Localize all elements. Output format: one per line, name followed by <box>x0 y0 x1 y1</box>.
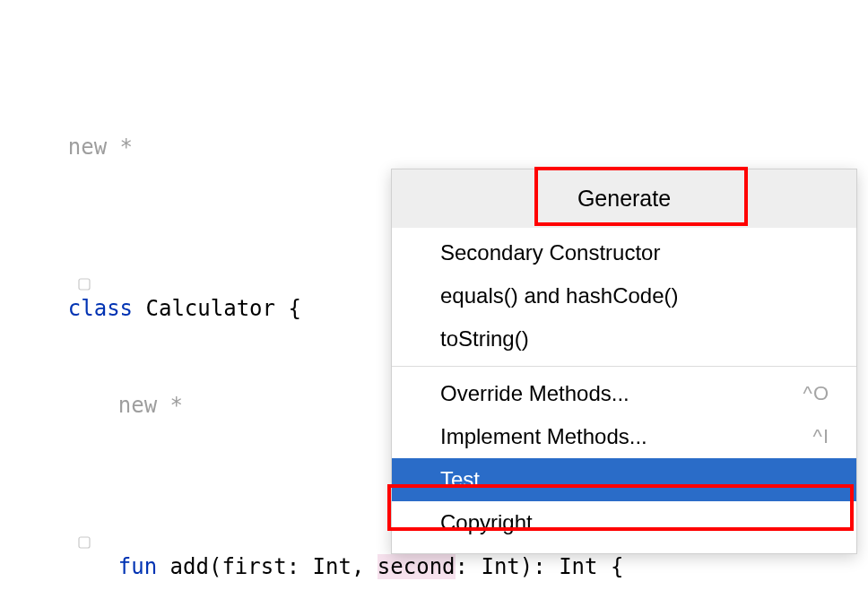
class-name: Calculator <box>146 296 276 321</box>
popup-item-label: equals() and hashCode() <box>440 283 679 308</box>
svg-rect-0 <box>79 279 90 290</box>
popup-item-label: Copyright <box>440 510 533 535</box>
popup-item-secondary-constructor[interactable]: Secondary Constructor <box>392 231 856 274</box>
colon1: : <box>287 554 313 579</box>
param1-type: Int <box>313 554 352 579</box>
fun-brace-open: { <box>598 554 624 579</box>
lparen: ( <box>209 554 221 579</box>
popup-item-test[interactable]: Test... <box>392 458 856 501</box>
popup-item-label: Secondary Constructor <box>440 240 660 265</box>
comma: , <box>352 554 378 579</box>
svg-rect-1 <box>79 537 90 548</box>
generate-popup: Generate Secondary Constructor equals() … <box>391 169 857 554</box>
popup-item-label: Override Methods... <box>440 381 629 406</box>
ret-colon: : <box>533 554 559 579</box>
popup-item-equals-hashcode[interactable]: equals() and hashCode() <box>392 274 856 317</box>
param2-name: second <box>378 554 456 579</box>
rparen: ) <box>520 554 533 579</box>
colon2: : <box>456 554 482 579</box>
popup-body: Secondary Constructor equals() and hashC… <box>392 228 856 553</box>
fun-name: add <box>170 554 209 579</box>
gutter-icon-class <box>0 235 13 247</box>
keyword-class: class <box>68 296 133 321</box>
popup-item-copyright[interactable]: Copyright <box>392 501 856 544</box>
param2-type: Int <box>481 554 519 579</box>
popup-title: Generate <box>392 169 856 228</box>
popup-item-label: toString() <box>440 326 529 352</box>
brace-open: { <box>275 296 301 321</box>
param1-name: first <box>221 554 286 579</box>
popup-divider <box>392 366 856 367</box>
keyword-fun: fun <box>118 554 157 579</box>
ret-type: Int <box>559 554 597 579</box>
inlay-hint-class: new * <box>68 135 133 160</box>
popup-item-implement-methods[interactable]: Implement Methods... ^I <box>392 415 856 458</box>
popup-item-override-methods[interactable]: Override Methods... ^O <box>392 372 856 415</box>
popup-item-label: Implement Methods... <box>440 424 647 449</box>
gutter-icon-fun <box>0 493 13 506</box>
popup-item-shortcut: ^I <box>813 425 829 448</box>
popup-item-shortcut: ^O <box>803 382 829 405</box>
popup-item-label: Test... <box>440 467 498 492</box>
inlay-hint-fun: new * <box>118 393 183 418</box>
popup-item-tostring[interactable]: toString() <box>392 317 856 360</box>
